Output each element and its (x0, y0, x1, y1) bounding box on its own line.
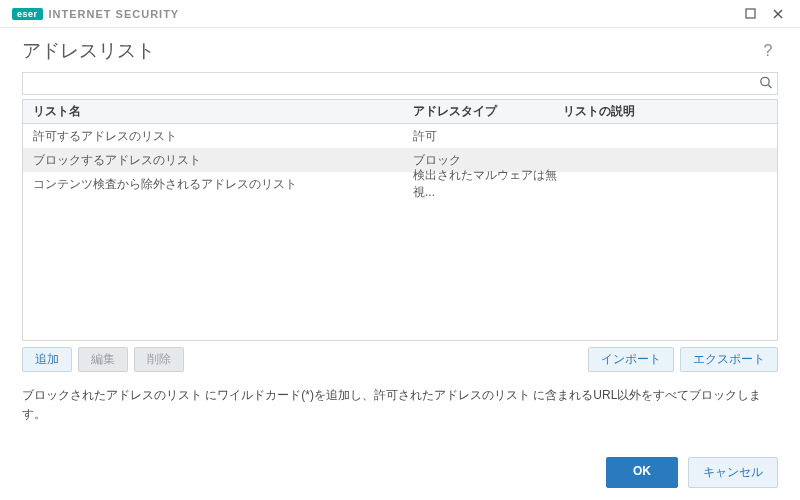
window-maximize-icon[interactable] (736, 2, 764, 26)
dialog-footer: OK キャンセル (606, 457, 778, 488)
table-row[interactable]: 許可するアドレスのリスト許可 (23, 124, 777, 148)
table-row[interactable]: ブロックするアドレスのリストブロック (23, 148, 777, 172)
remove-button[interactable]: 削除 (134, 347, 184, 372)
svg-rect-0 (746, 9, 755, 18)
table-toolbar: 追加 編集 削除 インポート エクスポート (22, 347, 778, 372)
address-list-table: リスト名 アドレスタイプ リストの説明 許可するアドレスのリスト許可ブロックする… (22, 99, 778, 341)
edit-button[interactable]: 編集 (78, 347, 128, 372)
ok-button[interactable]: OK (606, 457, 678, 488)
brand-name: INTERNET SECURITY (49, 8, 180, 20)
help-icon[interactable]: ? (758, 41, 778, 61)
table-body: 許可するアドレスのリスト許可ブロックするアドレスのリストブロックコンテンツ検査か… (23, 124, 777, 340)
col-header-desc[interactable]: リストの説明 (563, 103, 777, 120)
page-title: アドレスリスト (22, 38, 155, 64)
import-button[interactable]: インポート (588, 347, 674, 372)
cell-type: 許可 (413, 128, 563, 145)
cell-name: コンテンツ検査から除外されるアドレスのリスト (23, 176, 413, 193)
col-header-name[interactable]: リスト名 (23, 103, 413, 120)
svg-line-4 (768, 84, 771, 87)
description-text: ブロックされたアドレスのリスト にワイルドカード(*)を追加し、許可されたアドレ… (0, 372, 800, 424)
titlebar: eser INTERNET SECURITY (0, 0, 800, 28)
search-input-wrap (22, 72, 778, 95)
add-button[interactable]: 追加 (22, 347, 72, 372)
export-button[interactable]: エクスポート (680, 347, 778, 372)
cell-type: 検出されたマルウェアは無視... (413, 167, 563, 201)
cell-name: 許可するアドレスのリスト (23, 128, 413, 145)
cell-type: ブロック (413, 152, 563, 169)
search-icon[interactable] (759, 75, 773, 92)
brand-badge: eser (12, 8, 43, 20)
window-close-icon[interactable] (764, 2, 792, 26)
cell-name: ブロックするアドレスのリスト (23, 152, 413, 169)
svg-point-3 (761, 77, 769, 85)
col-header-type[interactable]: アドレスタイプ (413, 103, 563, 120)
page-header: アドレスリスト ? (0, 28, 800, 72)
table-row[interactable]: コンテンツ検査から除外されるアドレスのリスト検出されたマルウェアは無視... (23, 172, 777, 196)
search-input[interactable] (23, 73, 777, 94)
cancel-button[interactable]: キャンセル (688, 457, 778, 488)
table-header: リスト名 アドレスタイプ リストの説明 (23, 100, 777, 124)
